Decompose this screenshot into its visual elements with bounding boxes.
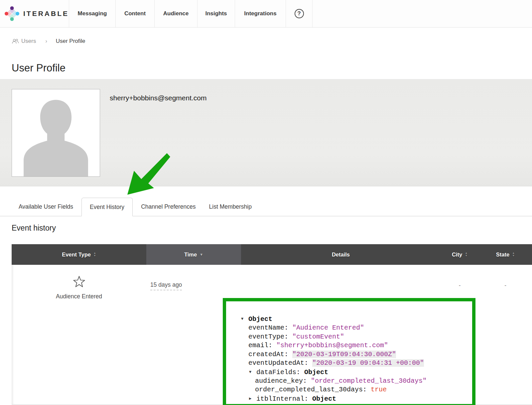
nav-item-messaging[interactable]: Messaging [69,0,116,27]
column-label: Event Type [62,252,91,258]
column-label: State [496,252,509,258]
json-obj: Object [248,315,272,323]
event-type-cell: Audience Entered [12,265,146,404]
tab-available-user-fields[interactable]: Available User Fields [12,197,80,216]
json-line: eventUpdatedAt: "2020-03-19 09:04:31 +00… [238,359,466,368]
help-button[interactable]: ? [286,0,313,27]
json-str: "order_completed_last_30days" [311,377,427,385]
event-details-json: ▼ObjecteventName: "Audience Entered"even… [226,301,472,405]
chevron-right-icon: › [45,38,47,44]
json-line: email: "sherry+bobbins@segment.com" [238,341,466,350]
nav-item-audience[interactable]: Audience [155,0,198,27]
breadcrumb-users-link[interactable]: Users [12,38,36,45]
tab-channel-preferences[interactable]: Channel Preferences [134,197,202,216]
json-key: audience_key: [255,377,311,385]
avatar-placeholder-icon [12,89,100,176]
event-type-label: Audience Entered [56,293,102,300]
iterable-logo-icon [5,4,19,23]
column-header-event-type[interactable]: Event Type▲▼ [12,244,146,265]
table-header-row: Event Type▲▼Time▼DetailsCity▲▼State▲▼ [12,244,532,265]
json-obj: Object [304,368,328,376]
top-nav: ITERABLE MessagingContentAudienceInsight… [0,0,532,28]
json-bool: true [371,386,387,393]
json-key: order_completed_last_30days: [255,386,371,393]
sort-icon: ▲▼ [465,252,467,257]
users-icon [12,39,19,44]
event-history-table: Event Type▲▼Time▼DetailsCity▲▼State▲▼ Au… [12,244,532,405]
column-header-time[interactable]: Time▼ [146,244,241,265]
breadcrumb: Users › User Profile [12,37,532,46]
json-str: "customEvent" [292,333,344,341]
json-str: "2020-03-19T09:04:30.000Z" [292,351,396,358]
page-title: User Profile [12,62,532,74]
avatar [12,89,100,177]
star-icon [72,275,86,289]
sort-desc-icon: ▼ [200,253,203,256]
json-key: itblInternal: [256,395,312,402]
brand-name: ITERABLE [23,10,69,18]
column-label: Time [184,252,197,258]
nav-items: MessagingContentAudienceInsightsIntegrat… [69,0,286,27]
json-str: "sherry+bobbins@segment.com" [276,342,388,349]
sort-icon: ▲▼ [512,252,515,257]
column-label: City [452,252,462,258]
event-details-annotation-box: ▼ObjecteventName: "Audience Entered"even… [223,298,475,405]
nav-item-insights[interactable]: Insights [198,0,235,27]
json-line: ▼Object [238,315,466,324]
json-line: order_completed_last_30days: true [238,385,466,394]
json-line: ▼dataFields: Object [238,368,466,377]
column-header-state[interactable]: State▲▼ [479,244,532,265]
column-header-city[interactable]: City▲▼ [441,244,479,265]
json-str: "2020-03-19 09:04:31 +00:00" [312,359,424,367]
json-line: ▶itblInternal: Object [238,394,466,403]
user-email: sherry+bobbins@segment.com [110,94,207,186]
nav-item-content[interactable]: Content [116,0,155,27]
state-cell: - [479,265,532,404]
help-icon: ? [295,9,304,18]
json-line: eventName: "Audience Entered" [238,324,466,333]
json-key: eventName: [248,324,292,332]
json-line: createdAt: "2020-03-19T09:04:30.000Z" [238,350,466,359]
column-header-details[interactable]: Details [241,244,441,265]
nav-item-integrations[interactable]: Integrations [235,0,286,27]
tab-event-history[interactable]: Event History [81,198,133,216]
json-str: "Audience Entered" [292,324,364,332]
json-line: audience_key: "order_completed_last_30da… [238,377,466,386]
profile-header: sherry+bobbins@segment.com [0,79,532,186]
profile-tabs: Available User FieldsEvent HistoryChanne… [0,194,532,216]
json-key: email: [248,342,276,349]
column-label: Details [332,252,350,258]
json-line: eventType: "customEvent" [238,333,466,342]
collapse-toggle-icon[interactable]: ▼ [249,368,256,377]
brand[interactable]: ITERABLE [0,0,69,27]
sort-icon: ▲▼ [93,252,96,257]
json-key: dataFields: [256,368,304,376]
breadcrumb-root-label: Users [21,38,36,45]
expand-toggle-icon[interactable]: ▶ [249,394,256,403]
relative-time[interactable]: 15 days ago [150,281,182,290]
json-obj: Object [312,395,336,402]
section-heading: Event history [12,224,532,233]
json-key: eventUpdatedAt: [248,359,312,367]
user-profile-page: ITERABLE MessagingContentAudienceInsight… [0,0,532,405]
tab-list-membership[interactable]: List Membership [202,197,258,216]
collapse-toggle-icon[interactable]: ▼ [241,315,248,324]
json-key: createdAt: [248,351,292,358]
json-key: eventType: [248,333,292,341]
breadcrumb-current: User Profile [56,38,85,45]
